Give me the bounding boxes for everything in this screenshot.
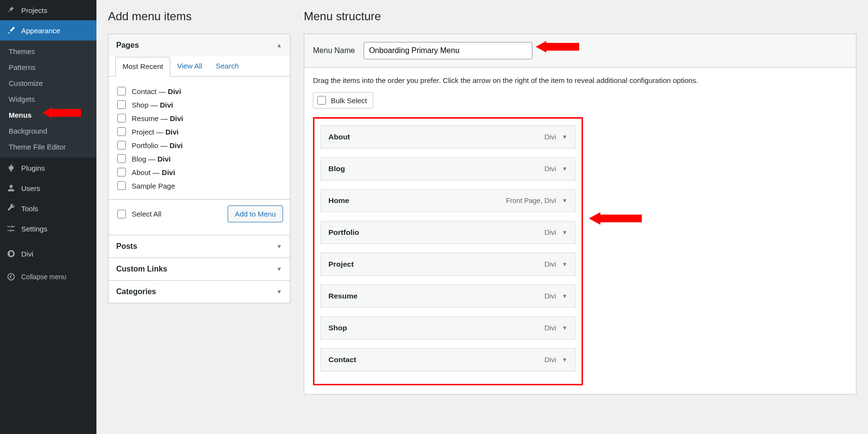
metabox-posts-header[interactable]: Posts ▼ [108, 235, 290, 258]
page-row[interactable]: Blog — Divi [117, 152, 283, 165]
sidebar-item-tools[interactable]: Tools [0, 198, 96, 218]
menu-item[interactable]: BlogDivi▼ [320, 157, 576, 180]
page-checkbox[interactable] [117, 100, 126, 109]
divi-icon [6, 248, 16, 259]
menu-item[interactable]: HomeFront Page, Divi▼ [320, 189, 576, 212]
wrench-icon [6, 203, 16, 214]
plug-icon [6, 163, 16, 173]
metabox-categories-header[interactable]: Categories ▼ [108, 281, 290, 303]
sidebar-item-projects[interactable]: Projects [0, 0, 96, 20]
page-suffix: Divi [169, 141, 183, 149]
page-checkbox[interactable] [117, 181, 126, 190]
sidebar-label: Tools [21, 204, 38, 213]
caret-down-icon[interactable]: ▼ [562, 325, 568, 331]
annotation-arrow-icon [42, 107, 81, 119]
menu-item-title: Resume [328, 292, 357, 300]
page-name: Portfolio [132, 141, 158, 149]
menu-item[interactable]: PortfolioDivi▼ [320, 221, 576, 244]
sidebar-item-divi[interactable]: Divi [0, 244, 96, 264]
sidebar-label: Settings [21, 225, 47, 233]
svg-marker-3 [536, 41, 579, 53]
page-row[interactable]: Sample Page [117, 179, 283, 192]
metabox-categories-title: Categories [116, 287, 156, 296]
sidebar-sub-widgets[interactable]: Widgets [0, 91, 96, 107]
caret-down-icon[interactable]: ▼ [562, 134, 568, 140]
menu-item-type: Divi [544, 324, 556, 332]
menu-item[interactable]: ShopDivi▼ [320, 316, 576, 339]
caret-down-icon[interactable]: ▼ [562, 165, 568, 172]
page-row[interactable]: About — Divi [117, 165, 283, 179]
sidebar-item-users[interactable]: Users [0, 178, 96, 198]
bulk-select[interactable]: Bulk Select [313, 92, 373, 108]
metabox-custom-links: Custom Links ▼ [108, 258, 290, 281]
page-name: Shop [132, 101, 149, 109]
page-checkbox[interactable] [117, 114, 126, 122]
sidebar-sub-theme-file-editor[interactable]: Theme File Editor [0, 139, 96, 155]
menu-item[interactable]: ProjectDivi▼ [320, 253, 576, 276]
sidebar-item-appearance[interactable]: Appearance [0, 20, 96, 41]
menu-structure-heading: Menu structure [304, 10, 856, 23]
menu-name-bar: Menu Name [304, 34, 856, 68]
menu-item-title: Contact [328, 355, 356, 364]
metabox-categories: Categories ▼ [108, 281, 290, 303]
page-checkbox[interactable] [117, 127, 126, 136]
svg-marker-0 [42, 107, 81, 119]
menu-item-type: Divi [544, 229, 556, 236]
caret-down-icon[interactable]: ▼ [562, 229, 568, 236]
page-row[interactable]: Shop — Divi [117, 98, 283, 111]
sidebar-sub-customize[interactable]: Customize [0, 75, 96, 91]
tab-most-recent[interactable]: Most Recent [115, 57, 170, 77]
caret-down-icon[interactable]: ▼ [562, 356, 568, 363]
metabox-custom-links-header[interactable]: Custom Links ▼ [108, 258, 290, 280]
bulk-select-checkbox[interactable] [317, 96, 326, 105]
svg-marker-4 [589, 212, 642, 225]
sidebar-collapse-button[interactable]: Collapse menu [0, 267, 96, 287]
page-row[interactable]: Project — Divi [117, 125, 283, 138]
page-name: Resume [132, 114, 159, 122]
sidebar-label: Users [21, 184, 40, 192]
tab-search[interactable]: Search [209, 57, 245, 77]
select-all[interactable]: Select All [117, 210, 162, 218]
page-suffix: Divi [165, 128, 179, 136]
sidebar-sub-background[interactable]: Background [0, 123, 96, 139]
menu-item-title: Blog [328, 164, 345, 173]
menu-item[interactable]: AboutDivi▼ [320, 125, 576, 149]
collapse-icon [6, 271, 16, 282]
select-all-checkbox[interactable] [117, 210, 126, 218]
metabox-pages: Pages ▲ Most Recent View All Search Cont… [108, 34, 290, 235]
menu-item-title: Shop [328, 324, 347, 332]
annotation-arrow-icon [589, 212, 642, 225]
menu-item[interactable]: ContactDivi▼ [320, 348, 576, 371]
sidebar-sub-patterns[interactable]: Patterns [0, 59, 96, 75]
page-row[interactable]: Portfolio — Divi [117, 138, 283, 152]
caret-down-icon[interactable]: ▼ [562, 261, 568, 268]
sidebar-label: Projects [21, 6, 47, 14]
page-name: About [132, 168, 150, 176]
menu-name-label: Menu Name [313, 46, 355, 55]
page-row[interactable]: Resume — Divi [117, 111, 283, 125]
menu-name-input[interactable] [364, 42, 532, 59]
tab-view-all[interactable]: View All [170, 57, 209, 77]
page-checkbox[interactable] [117, 87, 126, 95]
add-to-menu-button[interactable]: Add to Menu [228, 205, 283, 222]
metabox-pages-header[interactable]: Pages ▲ [108, 34, 290, 56]
sidebar-label: Plugins [21, 164, 45, 172]
metabox-posts: Posts ▼ [108, 235, 290, 258]
page-name: Sample Page [132, 182, 175, 190]
caret-down-icon[interactable]: ▼ [562, 293, 568, 299]
pages-list[interactable]: Contact — Divi Shop — Divi Resume — Divi… [108, 81, 290, 195]
menu-items-list: AboutDivi▼BlogDivi▼HomeFront Page, Divi▼… [313, 117, 583, 385]
sidebar-item-plugins[interactable]: Plugins [0, 158, 96, 178]
sidebar-sub-themes[interactable]: Themes [0, 43, 96, 59]
page-checkbox[interactable] [117, 154, 126, 163]
add-menu-items-column: Add menu items Pages ▲ Most Recent View … [108, 0, 290, 394]
menu-item[interactable]: ResumeDivi▼ [320, 285, 576, 308]
page-row[interactable]: Contact — Divi [117, 84, 283, 98]
page-checkbox[interactable] [117, 168, 126, 176]
sidebar-sub-menus-label: Menus [9, 111, 32, 119]
page-checkbox[interactable] [117, 141, 126, 149]
caret-down-icon: ▼ [276, 243, 282, 250]
caret-down-icon[interactable]: ▼ [562, 197, 568, 204]
sidebar-sub-menus[interactable]: Menus [0, 107, 96, 123]
sidebar-item-settings[interactable]: Settings [0, 218, 96, 239]
